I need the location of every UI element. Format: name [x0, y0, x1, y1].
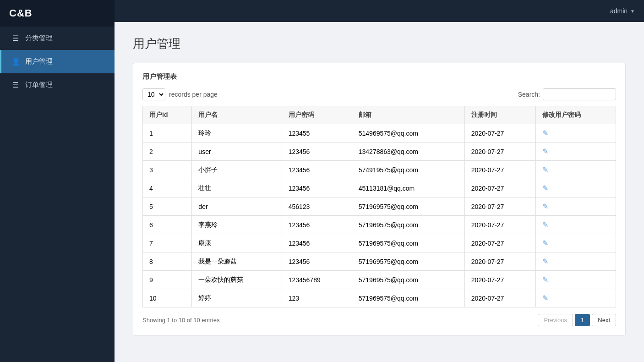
edit-icon[interactable]: ✎ — [542, 221, 548, 229]
search-input[interactable] — [543, 88, 616, 100]
cell-email-1: 134278863@qq.com — [352, 143, 464, 161]
cell-edit-0: ✎ — [536, 124, 616, 143]
col-header-email: 邮箱 — [352, 106, 464, 124]
cell-reg_time-7: 2020-07-27 — [464, 252, 536, 271]
cell-email-8: 571969575@qq.com — [352, 271, 464, 289]
cell-edit-1: ✎ — [536, 143, 616, 161]
cell-username-7: 我是一朵蘑菇 — [192, 252, 282, 271]
sidebar-item-label-order: 订单管理 — [25, 81, 53, 89]
search-label: Search: — [518, 91, 540, 98]
cell-password-4: 456123 — [282, 197, 352, 216]
admin-menu[interactable]: admin ▼ — [610, 7, 635, 15]
cell-id-8: 9 — [143, 271, 192, 289]
cell-username-5: 李燕玲 — [192, 216, 282, 234]
col-header-id: 用户id — [143, 106, 192, 124]
edit-icon[interactable]: ✎ — [542, 276, 548, 284]
edit-icon[interactable]: ✎ — [542, 129, 548, 137]
cell-reg_time-2: 2020-07-27 — [464, 161, 536, 179]
edit-icon[interactable]: ✎ — [542, 239, 548, 247]
cell-id-4: 5 — [143, 197, 192, 216]
cell-reg_time-5: 2020-07-27 — [464, 216, 536, 234]
user-table: 用户id 用户名 用户密码 邮箱 注册时间 修改用户密码 1玲玲12345551… — [142, 106, 616, 307]
cell-reg_time-1: 2020-07-27 — [464, 143, 536, 161]
showing-text: Showing 1 to 10 of 10 entries — [142, 317, 219, 324]
cell-password-5: 123456 — [282, 216, 352, 234]
admin-username: admin — [610, 7, 628, 15]
sidebar-item-category[interactable]: ☰ 分类管理 — [0, 27, 115, 50]
table-row: 10婷婷123571969575@qq.com2020-07-27✎ — [143, 289, 616, 307]
cell-email-9: 571969575@qq.com — [352, 289, 464, 307]
page-1-button[interactable]: 1 — [575, 314, 590, 326]
cell-username-1: user — [192, 143, 282, 161]
edit-icon[interactable]: ✎ — [542, 294, 548, 302]
table-row: 2user123456134278863@qq.com2020-07-27✎ — [143, 143, 616, 161]
cell-password-0: 123455 — [282, 124, 352, 143]
category-icon: ☰ — [11, 34, 20, 43]
cell-id-5: 6 — [143, 216, 192, 234]
table-row: 6李燕玲123456571969575@qq.com2020-07-27✎ — [143, 216, 616, 234]
table-body: 1玲玲123455514969575@qq.com2020-07-27✎2use… — [143, 124, 616, 307]
cell-edit-6: ✎ — [536, 234, 616, 252]
cell-edit-9: ✎ — [536, 289, 616, 307]
page-title: 用户管理 — [133, 36, 626, 52]
cell-password-1: 123456 — [282, 143, 352, 161]
table-row: 3小胖子123456574919575@qq.com2020-07-27✎ — [143, 161, 616, 179]
cell-email-4: 571969575@qq.com — [352, 197, 464, 216]
table-footer: Showing 1 to 10 of 10 entries Previous 1… — [142, 314, 616, 326]
cell-email-0: 514969575@qq.com — [352, 124, 464, 143]
next-button[interactable]: Next — [592, 314, 616, 326]
cell-username-3: 壮壮 — [192, 179, 282, 197]
edit-icon[interactable]: ✎ — [542, 166, 548, 174]
table-row: 8我是一朵蘑菇123456571969575@qq.com2020-07-27✎ — [143, 252, 616, 271]
cell-username-6: 康康 — [192, 234, 282, 252]
cell-id-0: 1 — [143, 124, 192, 143]
cell-username-9: 婷婷 — [192, 289, 282, 307]
cell-username-0: 玲玲 — [192, 124, 282, 143]
cell-edit-7: ✎ — [536, 252, 616, 271]
table-row: 4壮壮12345645113181@qq.com2020-07-27✎ — [143, 179, 616, 197]
table-row: 1玲玲123455514969575@qq.com2020-07-27✎ — [143, 124, 616, 143]
cell-email-5: 571969575@qq.com — [352, 216, 464, 234]
per-page-select[interactable]: 10 25 50 — [142, 88, 165, 100]
col-header-regtime: 注册时间 — [464, 106, 536, 124]
cell-reg_time-9: 2020-07-27 — [464, 289, 536, 307]
cell-email-2: 574919575@qq.com — [352, 161, 464, 179]
card-title: 用户管理表 — [142, 72, 616, 81]
cell-edit-5: ✎ — [536, 216, 616, 234]
cell-email-3: 45113181@qq.com — [352, 179, 464, 197]
cell-username-4: der — [192, 197, 282, 216]
cell-password-8: 123456789 — [282, 271, 352, 289]
edit-icon[interactable]: ✎ — [542, 148, 548, 155]
previous-button[interactable]: Previous — [538, 314, 573, 326]
sidebar-item-user[interactable]: 👤 用户管理 — [0, 50, 115, 73]
main-content: 用户管理 用户管理表 10 25 50 records per page Sea… — [115, 22, 644, 362]
cell-edit-8: ✎ — [536, 271, 616, 289]
cell-edit-3: ✎ — [536, 179, 616, 197]
table-row: 7康康123456571969575@qq.com2020-07-27✎ — [143, 234, 616, 252]
cell-id-3: 4 — [143, 179, 192, 197]
cell-reg_time-8: 2020-07-27 — [464, 271, 536, 289]
col-header-edit: 修改用户密码 — [536, 106, 616, 124]
user-management-card: 用户管理表 10 25 50 records per page Search: … — [133, 63, 626, 336]
sidebar-item-order[interactable]: ☰ 订单管理 — [0, 73, 115, 97]
cell-id-1: 2 — [143, 143, 192, 161]
edit-icon[interactable]: ✎ — [542, 184, 548, 192]
edit-icon[interactable]: ✎ — [542, 258, 548, 265]
order-icon: ☰ — [11, 81, 20, 89]
app-logo: C&B — [0, 0, 115, 27]
cell-id-7: 8 — [143, 252, 192, 271]
sidebar-item-label-category: 分类管理 — [25, 34, 53, 43]
cell-email-7: 571969575@qq.com — [352, 252, 464, 271]
table-row: 9一朵欢快的蘑菇123456789571969575@qq.com2020-07… — [143, 271, 616, 289]
search-wrapper: Search: — [518, 88, 616, 100]
user-icon: 👤 — [11, 57, 20, 66]
cell-reg_time-0: 2020-07-27 — [464, 124, 536, 143]
cell-id-2: 3 — [143, 161, 192, 179]
table-controls: 10 25 50 records per page Search: — [142, 88, 616, 100]
cell-edit-4: ✎ — [536, 197, 616, 216]
col-header-password: 用户密码 — [282, 106, 352, 124]
cell-username-8: 一朵欢快的蘑菇 — [192, 271, 282, 289]
edit-icon[interactable]: ✎ — [542, 203, 548, 210]
cell-reg_time-3: 2020-07-27 — [464, 179, 536, 197]
topbar: admin ▼ — [115, 0, 644, 22]
